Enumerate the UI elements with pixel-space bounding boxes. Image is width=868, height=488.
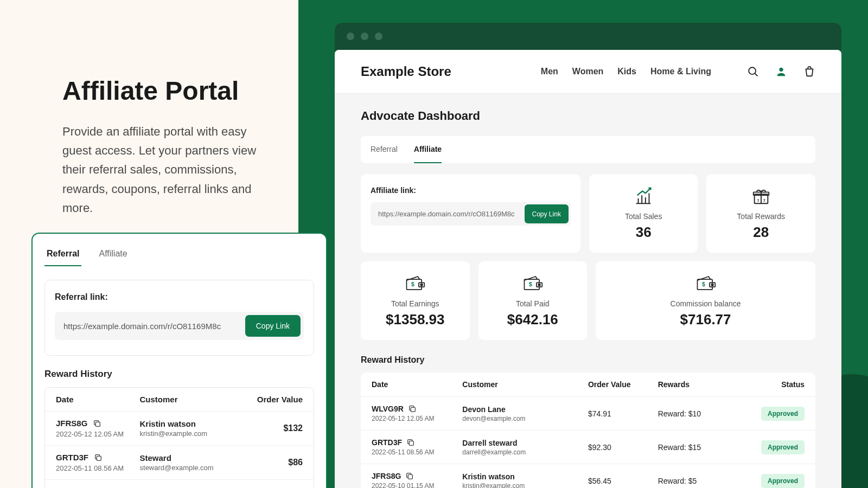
svg-line-4 xyxy=(755,74,758,76)
reward-date: 2022-05-11 08.56 AM xyxy=(372,448,462,456)
svg-rect-0 xyxy=(96,422,100,426)
reward-code: JFRS8G xyxy=(56,419,87,428)
reward-date: 2022-05-11 08.56 AM xyxy=(56,464,140,472)
window-dot xyxy=(347,33,354,40)
user-icon[interactable] xyxy=(775,66,787,78)
browser-window: Example Store Men Women Kids Home & Livi… xyxy=(335,23,841,488)
stat-label: Total Sales xyxy=(599,212,688,221)
dashboard-title: Advocate Dashboard xyxy=(361,109,815,123)
main-reward-history-title: Reward History xyxy=(361,355,815,365)
svg-text:$: $ xyxy=(411,281,414,287)
table-row: WLVG9R2022-05-10 01.15 AMLanelane@exampl… xyxy=(45,480,314,488)
copy-icon[interactable] xyxy=(93,419,101,428)
referral-card: Referral Affiliate Referral link: Copy L… xyxy=(31,233,327,488)
customer-name: Devon Lane xyxy=(462,405,588,414)
customer-name: Darrell steward xyxy=(462,439,588,447)
stat-value: 28 xyxy=(716,224,806,241)
tab-referral[interactable]: Referral xyxy=(371,136,398,163)
status-badge: Approved xyxy=(761,407,805,421)
dashboard-tabs: Referral Affiliate xyxy=(361,136,815,163)
svg-point-5 xyxy=(779,68,783,72)
svg-point-14 xyxy=(421,284,423,285)
nav-women[interactable]: Women xyxy=(572,67,603,76)
order-value: $74.91 xyxy=(588,409,658,418)
copy-link-button[interactable]: Copy Link xyxy=(245,315,301,337)
svg-rect-25 xyxy=(409,441,413,445)
main-reward-history-table: Date Customer Order Value Rewards Status… xyxy=(361,373,815,488)
window-controls xyxy=(335,23,841,50)
order-value: $86 xyxy=(242,458,303,467)
copy-icon[interactable] xyxy=(405,472,414,480)
nav-home-living[interactable]: Home & Living xyxy=(650,67,711,76)
svg-rect-1 xyxy=(97,456,101,460)
order-value: $92.30 xyxy=(588,443,658,452)
store-name[interactable]: Example Store xyxy=(361,64,451,79)
customer-email: devon@example.com xyxy=(462,415,588,422)
copy-icon[interactable] xyxy=(406,438,415,447)
copy-icon[interactable] xyxy=(408,404,417,413)
customer-email: kristin@example.com xyxy=(462,482,588,489)
nav-kids[interactable]: Kids xyxy=(617,67,636,76)
customer-email: kristin@example.com xyxy=(140,429,242,438)
col-rewards: Rewards xyxy=(658,380,742,389)
stat-value: $716.77 xyxy=(605,311,806,328)
stat-value: $1358.93 xyxy=(371,311,460,328)
referral-tabs: Referral Affiliate xyxy=(44,247,314,267)
stat-total-rewards: 11 Total Rewards 28 xyxy=(706,174,815,253)
search-icon[interactable] xyxy=(747,66,759,78)
reward-code: JFRS8G xyxy=(372,472,401,480)
wallet-icon: $ xyxy=(405,273,425,294)
svg-point-11 xyxy=(764,200,765,201)
svg-text:$: $ xyxy=(702,281,705,287)
affiliate-link-input[interactable] xyxy=(373,204,525,223)
reward-code: GRTD3F xyxy=(56,453,88,462)
stat-total-paid: $ Total Paid $642.16 xyxy=(478,261,588,340)
store-nav: Men Women Kids Home & Living xyxy=(541,66,815,78)
stat-label: Total Rewards xyxy=(716,212,806,221)
stat-total-sales: Total Sales 36 xyxy=(589,174,698,253)
svg-point-18 xyxy=(538,284,540,285)
svg-point-10 xyxy=(758,200,759,201)
affiliate-link-label: Affiliate link: xyxy=(371,186,571,195)
stat-label: Total Earnings xyxy=(371,299,460,308)
col-date: Date xyxy=(372,380,462,389)
tab-referral[interactable]: Referral xyxy=(44,247,81,266)
customer-name: Kristin watson xyxy=(140,419,242,428)
svg-point-22 xyxy=(711,284,713,285)
col-order-value: Order Value xyxy=(588,380,658,389)
reward-history-title: Reward History xyxy=(44,369,314,380)
nav-men[interactable]: Men xyxy=(541,67,558,76)
reward-amount: Reward: $5 xyxy=(658,477,742,485)
affiliate-link-card: Affiliate link: Copy Link xyxy=(361,174,580,253)
wallet-icon: $ xyxy=(522,273,543,294)
stat-value: $642.16 xyxy=(488,311,578,328)
copy-icon[interactable] xyxy=(94,453,103,462)
copy-link-button[interactable]: Copy Link xyxy=(525,204,569,223)
reward-date: 2022-05-10 01.15 AM xyxy=(372,482,462,488)
col-date: Date xyxy=(56,395,140,404)
tab-affiliate[interactable]: Affiliate xyxy=(97,247,129,266)
stat-total-earnings: $ Total Earnings $1358.93 xyxy=(361,261,470,340)
status-badge: Approved xyxy=(761,474,805,488)
table-row: GRTD3F2022-05-11 08.56 AMStewardsteward@… xyxy=(45,446,314,480)
col-customer: Customer xyxy=(140,395,242,404)
order-value: $56.45 xyxy=(588,477,658,485)
reward-date: 2022-05-12 12.05 AM xyxy=(56,430,140,438)
store-header: Example Store Men Women Kids Home & Livi… xyxy=(335,50,841,94)
stat-value: 36 xyxy=(599,224,688,241)
tab-affiliate[interactable]: Affiliate xyxy=(414,136,442,163)
stat-label: Commission balance xyxy=(605,299,806,308)
order-value: $132 xyxy=(242,423,303,433)
customer-email: darrell@example.com xyxy=(462,448,588,456)
svg-text:$: $ xyxy=(529,281,532,287)
table-row: GRTD3F2022-05-11 08.56 AMDarrell steward… xyxy=(361,431,815,464)
svg-point-3 xyxy=(749,67,756,74)
status-badge: Approved xyxy=(761,440,805,454)
referral-link-input[interactable] xyxy=(58,316,245,336)
cart-icon[interactable] xyxy=(803,66,815,78)
customer-email: steward@example.com xyxy=(140,464,242,472)
window-dot xyxy=(375,33,382,40)
reward-date: 2022-05-12 12.05 AM xyxy=(372,415,462,422)
table-row: WLVG9R2022-05-12 12.05 AMDevon Lanedevon… xyxy=(361,397,815,431)
referral-link-label: Referral link: xyxy=(55,292,304,302)
